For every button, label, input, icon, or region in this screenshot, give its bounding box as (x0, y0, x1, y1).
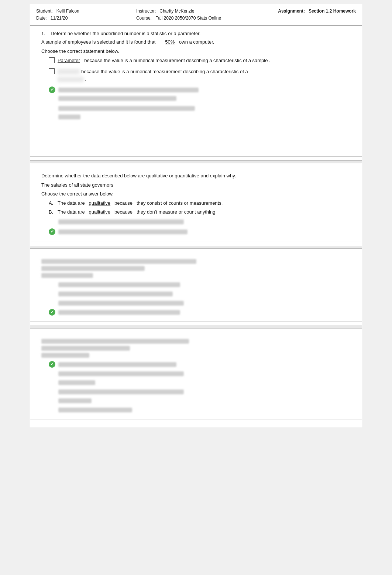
q3-choose (41, 273, 93, 278)
q4-opt-1: ✓ (49, 361, 351, 368)
option-a-q1: Parameter because the value is a numeric… (49, 57, 351, 64)
choose-statement: Choose the correct statement below. (41, 48, 351, 54)
option-c-q2-blurred (49, 218, 351, 226)
date-value: 11/21/20 (51, 16, 68, 21)
separator-2 (30, 246, 362, 249)
radio-a-q1[interactable] (49, 57, 55, 63)
sample-post: own a computer. (179, 39, 214, 45)
option-c-line1 (58, 88, 199, 92)
sample-pre: A sample of employees is selected and it… (41, 39, 155, 45)
q3-opt-3-line (58, 301, 184, 306)
sample-sentence: A sample of employees is selected and it… (41, 39, 351, 45)
q3-options: ✓ (49, 281, 351, 316)
option-a-keyword: Parameter (58, 57, 80, 64)
options-list-q1: Parameter because the value is a numeric… (49, 57, 351, 121)
option-c-q2-line (58, 220, 184, 224)
options-list-q2: A. The data are qualitative because they… (49, 200, 351, 236)
homework-page: Student: Kelli Falcon Date: 11/21/20 Ins… (30, 4, 362, 427)
option-d-q2-line (58, 229, 188, 234)
q4-opt-2 (49, 370, 351, 387)
question-2-text: Determine whether the data described bel… (41, 172, 351, 180)
assignment-label: Assignment: (278, 8, 305, 14)
q4-options: ✓ (49, 361, 351, 414)
option-b-q2: B. The data are qualitative because they… (49, 208, 351, 216)
q4-choose (41, 353, 89, 358)
student-name: Kelli Falcon (56, 8, 79, 14)
option-d-q2-blurred: ✓ (49, 228, 351, 236)
separator-3 (30, 326, 362, 329)
option-b-text: because the value is a numerical measure… (81, 68, 248, 75)
q4-opt-3-line2 (58, 398, 92, 403)
q4-opt-2-line2 (58, 380, 95, 385)
q3-opt-1 (49, 281, 351, 289)
question-1-section: 1. Determine whether the underlined numb… (30, 25, 362, 157)
option-c-line2 (58, 96, 176, 101)
choose-answer-q2: Choose the correct answer below. (41, 191, 351, 197)
question-2-description: The salaries of all state governors (41, 181, 351, 189)
date-label: Date: (36, 16, 47, 21)
instructor-label: Instructor: (136, 8, 156, 14)
option-b-period: . (85, 76, 86, 83)
question-3-section: ✓ (30, 252, 362, 322)
q3-opt-4-line (58, 310, 180, 315)
question-2-section: Determine whether the data described bel… (30, 167, 362, 242)
separator-1 (30, 160, 362, 163)
q3-opt-3 (49, 299, 351, 307)
q3-opt-2 (49, 290, 351, 298)
q3-opt-4: ✓ (49, 309, 351, 316)
q1-spacer (41, 123, 351, 153)
q3-opt-1-line (58, 282, 180, 287)
radio-b-q1[interactable] (49, 68, 55, 74)
student-info: Student: Kelli Falcon Date: 11/21/20 (36, 8, 79, 22)
green-check-q3: ✓ (49, 309, 55, 316)
green-check-c: ✓ (49, 86, 55, 93)
option-c-q1-blurred: ✓ (49, 86, 351, 102)
option-b-q2-text: The data are qualitative because they do… (58, 208, 217, 216)
instructor-name: Charity McKenzie (159, 8, 194, 14)
q4-line1 (41, 339, 189, 344)
course-value: Fall 2020 2050/2070 Stats Online (155, 16, 221, 21)
option-a-q2-text: The data are qualitative because they co… (58, 200, 223, 207)
letter-a-q2: A. (49, 200, 58, 207)
option-b-label: because the value is a numerical measure… (58, 68, 248, 83)
assignment-info: Assignment: Section 1.2 Homework (278, 8, 356, 15)
question-4-section: ✓ (30, 332, 362, 419)
option-d-line2 (58, 115, 80, 119)
q4-opt-3 (49, 388, 351, 405)
student-label: Student: (36, 8, 53, 14)
option-a-q2: A. The data are qualitative because they… (49, 200, 351, 207)
option-b-q1: because the value is a numerical measure… (49, 68, 351, 83)
question-1-number: 1. Determine whether the underlined numb… (41, 31, 351, 36)
q4-opt-1-line (58, 362, 176, 367)
q3-opt-2-line (58, 292, 173, 296)
page-header: Student: Kelli Falcon Date: 11/21/20 Ins… (30, 4, 362, 25)
q4-line2 (41, 346, 130, 351)
question-1-text: Determine whether the underlined number … (51, 31, 200, 36)
assignment-value: Section 1.2 Homework (309, 8, 356, 14)
q4-opt-4-line (58, 408, 132, 412)
page-bottom-padding (30, 419, 362, 427)
option-a-label: Parameter because the value is a numeric… (58, 57, 271, 64)
option-a-text: because the value is a numerical measure… (84, 57, 270, 64)
sample-percent: 50% (165, 39, 175, 45)
letter-b-q2: B. (49, 208, 58, 216)
course-label: Course: (136, 16, 152, 21)
green-check-q4: ✓ (49, 361, 55, 368)
option-d-q1-blurred (49, 105, 351, 121)
course-info: Instructor: Charity McKenzie Course: Fal… (136, 8, 221, 22)
q3-line1 (41, 259, 196, 264)
green-check-d-q2: ✓ (49, 228, 55, 235)
option-d-line1 (58, 106, 195, 111)
q4-opt-4 (49, 406, 351, 414)
q4-opt-2-line1 (58, 371, 184, 376)
option-b-word-blurred (58, 77, 83, 82)
q3-line2 (41, 266, 145, 271)
option-b-keyword-blurred (58, 69, 80, 74)
q4-opt-3-line1 (58, 389, 184, 394)
